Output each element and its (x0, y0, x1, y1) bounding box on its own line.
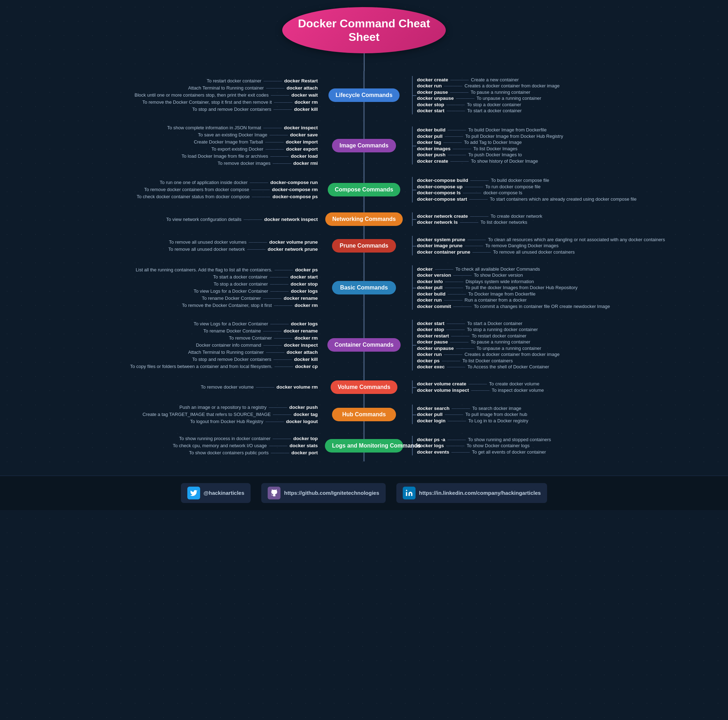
cmd-desc: To remove docker containers from docker … (144, 187, 249, 192)
cmd-text: docker pull (417, 285, 442, 290)
center-badge-volume: Volume Commands (325, 380, 403, 394)
cmd-desc: Push an image or a repository to a regis… (179, 404, 267, 410)
cmd-desc: To create docker network (491, 214, 542, 219)
cmd-desc: To clean all resources which are danglin… (488, 237, 665, 242)
right-cmd-item: docker stop ———— To stop a docker contai… (417, 102, 560, 107)
left-cmd-item: List all the running containers. Add the… (136, 267, 318, 272)
section-row-container: To view Logs for a Docker Container ————… (0, 315, 728, 375)
badge-prune: Prune Commands (332, 239, 396, 253)
cmd-desc: To create docker volume (489, 381, 540, 386)
cmd-text: docker image prune (417, 243, 462, 248)
cmd-text: docker rm (295, 335, 318, 341)
left-cmd-item: To export existing Docker ———— docker ex… (211, 146, 318, 152)
page-title: Docker Command Cheat Sheet (282, 17, 446, 44)
center-badge-basic: Basic Commands (325, 281, 403, 294)
cmd-text: docker ps (295, 267, 318, 272)
right-cmd-item: docker pull ———— To pull the docker Imag… (417, 285, 610, 290)
cmd-desc: To start a docker container (467, 108, 522, 113)
badge-basic: Basic Commands (332, 281, 396, 294)
cmd-desc: Create a tag TARGET_IMAGE that refers to… (142, 412, 271, 417)
cmd-desc: To start a docker container (213, 274, 268, 279)
cmd-text: docker start (417, 108, 444, 113)
title-connector (364, 53, 365, 71)
cmd-text: docker network prune (268, 247, 318, 252)
right-cmd-item: docker system prune ———— To clean all re… (417, 237, 665, 242)
right-commands-compose: docker-compose build ———— To build docke… (403, 177, 728, 203)
right-cmd-item: docker unpause ———— To unpause a running… (417, 346, 560, 351)
left-cmd-item: To remove docker containers from docker … (144, 187, 318, 192)
left-cmd-item: To rename Docker Container ———— docker r… (202, 296, 318, 301)
right-commands-volume: docker volume create ———— To create dock… (403, 380, 728, 394)
right-cmd-item: docker-compose start ———— To start conta… (417, 197, 637, 202)
cmd-desc: To Log in to a Docker registry (468, 418, 528, 423)
cmd-desc: To show history of Docker Image (471, 159, 538, 164)
cmd-desc: To check cpu, memory and network I/O usa… (173, 443, 267, 448)
cmd-desc: To build Docker Image from Dockerfile (468, 127, 546, 133)
cmd-text: docker stop (291, 281, 318, 287)
right-group-container: docker start ———— To start a Docker cont… (412, 320, 560, 371)
badge-image: Image Commands (332, 139, 396, 153)
cmd-text: docker kill (294, 357, 318, 362)
cmd-text: docker pull (417, 412, 442, 417)
right-cmd-item: docker network ls ———— To list docker ne… (417, 220, 543, 225)
right-cmd-item: docker stop ———— To stop a running docke… (417, 327, 560, 332)
left-cmd-item: Docker container info command ———— docke… (196, 342, 318, 348)
right-commands-hub: docker search ———— To search docker imag… (403, 404, 728, 424)
section-row-basic: List all the running containers. Add the… (0, 260, 728, 315)
left-cmd-item: To check docker container status from do… (137, 194, 318, 199)
cmd-desc: To inspect docker volume (492, 387, 544, 393)
left-commands-hub: Push an image or a repository to a regis… (0, 404, 325, 425)
right-cmd-item: docker build ———— To Docker Image from D… (417, 291, 610, 297)
center-badge-image: Image Commands (325, 139, 403, 153)
cmd-text: docker pause (417, 90, 448, 95)
right-commands-prune: docker system prune ———— To clean all re… (403, 236, 728, 255)
cmd-text: docker tag (417, 140, 441, 145)
left-cmd-item: Attach Terminal to Running container ———… (188, 85, 318, 91)
cmd-desc: To pause a running container (471, 339, 530, 345)
footer-github: https://github.com/Ignitetechnologies (261, 483, 386, 503)
cmd-desc: To view network configuration details (166, 217, 242, 222)
cmd-desc: To Access the shell of Docker Container (468, 364, 549, 369)
cmd-text: docker-compose ls (417, 190, 461, 195)
cmd-text: docker logs (291, 288, 318, 294)
right-cmd-item: docker image prune ———— To remove Dangli… (417, 243, 665, 248)
right-cmd-item: docker version ———— To show Docker versi… (417, 272, 610, 278)
cmd-desc: To stop a docker container (214, 281, 268, 287)
center-badge-compose: Compose Commands (325, 183, 403, 197)
svg-rect-0 (406, 492, 407, 496)
section-row-lifecycle: To restart docker container ———— docker … (0, 71, 728, 119)
right-cmd-item: docker ps -a ———— To show running and st… (417, 437, 551, 442)
right-cmd-item: docker-compose ls ———— docker-compose ls (417, 190, 637, 195)
left-cmd-item: To remove all unused docker network ————… (168, 247, 318, 252)
cmd-desc: List all the running containers. Add the… (136, 267, 272, 272)
badge-volume: Volume Commands (330, 380, 398, 394)
cmd-text: docker unpause (417, 96, 454, 101)
cmd-text: docker (417, 266, 433, 272)
right-cmd-item: docker volume inspect ———— To inspect do… (417, 387, 544, 393)
page-wrapper: Docker Command Cheat Sheet To restart do… (0, 0, 728, 524)
right-cmd-item: docker ———— To check all available Docke… (417, 266, 610, 272)
linkedin-url: https://in.linkedin.com/company/hackinga… (419, 490, 541, 496)
badge-hub: Hub Commands (332, 408, 396, 421)
cmd-text: docker run (417, 83, 442, 88)
left-cmd-item: Block until one or more containers stop,… (135, 92, 318, 98)
right-cmd-item: docker run ———— Creates a docker contain… (417, 83, 560, 88)
cmd-desc: To show Docker version (474, 272, 523, 278)
cmd-desc: Creates a docker container from docker i… (465, 83, 560, 88)
left-cmd-item: To show complete information in JSON for… (167, 125, 318, 130)
cmd-text: docker rename (284, 296, 318, 301)
cmd-text: docker rm (295, 303, 318, 308)
cmd-text: docker network inspect (264, 217, 318, 222)
cmd-desc: To pull image from docker hub (465, 412, 527, 417)
cmd-text: docker pause (417, 339, 448, 345)
left-cmd-item: To remove the Docker Container, stop it … (182, 303, 318, 308)
right-cmd-item: docker ps ———— To list Docker containers (417, 358, 560, 363)
left-cmd-item: To start a docker container ———— docker … (213, 274, 318, 279)
cmd-desc: To remove Dangling Docker images (485, 243, 558, 248)
right-group-networking: docker network create ———— To create doc… (412, 212, 543, 226)
left-cmd-item: To view Logs for a Docker Container ————… (194, 321, 318, 326)
cmd-text: docker volume rm (277, 384, 318, 390)
right-cmd-item: docker events ———— To get all events of … (417, 449, 551, 455)
cmd-text: docker volume prune (269, 239, 318, 245)
title-oval: Docker Command Cheat Sheet (282, 7, 446, 53)
